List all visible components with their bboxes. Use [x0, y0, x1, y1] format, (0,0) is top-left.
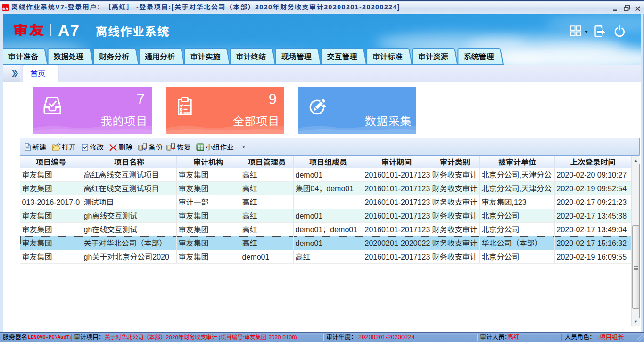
svg-text:审计终结: 审计终结: [236, 53, 266, 61]
svg-text:审计标准: 审计标准: [372, 53, 403, 61]
svg-text:审计实施: 审计实施: [190, 53, 221, 61]
svg-text:审计资源: 审计资源: [418, 53, 448, 61]
svg-text:通用分析: 通用分析: [145, 53, 175, 61]
svg-text:数据处理: 数据处理: [54, 53, 84, 61]
svg-text:交互管理: 交互管理: [327, 53, 357, 61]
svg-text:财务分析: 财务分析: [99, 53, 129, 61]
svg-text:现场管理: 现场管理: [281, 53, 312, 61]
svg-text:审计准备: 审计准备: [8, 53, 38, 61]
svg-text:系统管理: 系统管理: [463, 53, 494, 61]
